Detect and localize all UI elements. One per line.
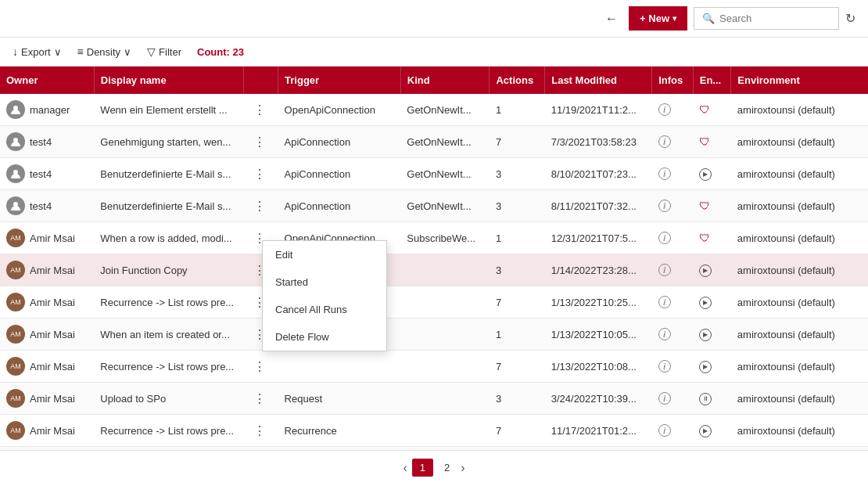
infos-cell: i bbox=[652, 286, 694, 319]
trigger-cell: Recurrence bbox=[278, 415, 401, 447]
play-icon: ▶ bbox=[699, 168, 712, 181]
env-cell: amiroxtounsi (default) bbox=[731, 94, 868, 126]
row-menu-button[interactable]: ⋮ bbox=[250, 167, 269, 182]
modified-cell: 11/19/2021T11:2... bbox=[545, 94, 652, 126]
modified-cell: 8/10/2021T07:23... bbox=[545, 158, 652, 190]
flow-name: When an item is created or... bbox=[94, 447, 243, 451]
info-icon[interactable]: i bbox=[658, 135, 671, 148]
kind-cell: GetOnNewIt... bbox=[400, 158, 490, 190]
row-menu-button[interactable]: ⋮ bbox=[250, 391, 269, 406]
export-chevron: ∨ bbox=[54, 46, 62, 58]
context-menu-item[interactable]: Started bbox=[263, 268, 386, 296]
app-container: ← + New ▾ 🔍 ↻ ↓ Export ∨ ≡ Density ∨ ▽ F… bbox=[0, 0, 868, 484]
export-label: Export bbox=[21, 46, 51, 58]
shield-red-icon: 🛡 bbox=[699, 232, 710, 244]
flow-name: When an item is created or... bbox=[94, 319, 243, 351]
search-box: 🔍 bbox=[694, 7, 839, 30]
infos-cell: i bbox=[652, 158, 694, 190]
play-icon: ▶ bbox=[699, 297, 712, 309]
env-cell: amiroxtounsi (default) bbox=[731, 254, 868, 286]
env-cell: amiroxtounsi (default) bbox=[731, 222, 868, 254]
next-page-button[interactable]: › bbox=[461, 461, 464, 475]
flow-name: Wenn ein Element erstellt ... bbox=[94, 94, 243, 126]
header: ← + New ▾ 🔍 ↻ bbox=[0, 0, 868, 38]
avatar bbox=[6, 132, 25, 151]
info-icon[interactable]: i bbox=[658, 264, 671, 276]
kind-cell bbox=[400, 254, 490, 286]
info-icon[interactable]: i bbox=[658, 328, 671, 340]
en-cell: ▶ bbox=[693, 254, 731, 286]
row-menu-button[interactable]: ⋮ bbox=[250, 359, 269, 374]
col-en: En... bbox=[693, 67, 731, 94]
en-cell: 🛡 bbox=[693, 94, 731, 126]
info-icon[interactable]: i bbox=[658, 103, 671, 116]
modified-cell: 7/3/2021T03:58:23 bbox=[545, 126, 652, 158]
flow-name: Recurrence -> List rows pre... bbox=[94, 415, 243, 447]
row-menu-button[interactable]: ⋮ bbox=[250, 423, 269, 438]
page-2-button[interactable]: 2 bbox=[438, 459, 456, 477]
avatar: AM bbox=[6, 325, 25, 344]
row-menu-button[interactable]: ⋮ bbox=[250, 199, 269, 214]
actions-cell: 7 bbox=[490, 351, 545, 383]
info-icon[interactable]: i bbox=[658, 167, 671, 180]
table-row: manager Wenn ein Element erstellt ... ⋮ … bbox=[0, 94, 868, 126]
flow-name: Recurrence -> List rows pre... bbox=[94, 351, 243, 383]
info-icon[interactable]: i bbox=[658, 392, 671, 405]
infos-cell: i bbox=[652, 222, 694, 254]
modified-cell: 1/13/2022T10:05... bbox=[545, 319, 652, 351]
page-1-button[interactable]: 1 bbox=[412, 459, 433, 477]
trigger-cell: ApiConnection bbox=[278, 190, 401, 222]
context-menu-item[interactable]: Delete Flow bbox=[263, 323, 386, 351]
row-menu-cell: ⋮ bbox=[244, 351, 278, 383]
prev-page-button[interactable]: ‹ bbox=[403, 461, 407, 475]
context-menu-item[interactable]: Edit bbox=[263, 241, 386, 268]
info-icon[interactable]: i bbox=[658, 232, 671, 244]
search-input[interactable] bbox=[719, 13, 829, 24]
col-actions: Actions bbox=[490, 67, 545, 94]
filter-button[interactable]: ▽ Filter bbox=[147, 45, 181, 58]
kind-cell bbox=[400, 319, 490, 351]
owner-cell: test4 bbox=[0, 126, 94, 158]
row-menu-cell: ⋮ bbox=[244, 447, 278, 451]
play-icon: ▶ bbox=[699, 329, 712, 341]
row-menu-button[interactable]: ⋮ bbox=[250, 135, 269, 149]
context-menu-item[interactable]: Cancel All Runs bbox=[263, 296, 386, 323]
owner-cell: AMAmir Msai bbox=[0, 447, 94, 451]
en-cell: ▶ bbox=[693, 415, 731, 447]
filter-icon: ▽ bbox=[147, 45, 156, 58]
flow-name: Recurrence -> List rows pre... bbox=[94, 286, 243, 319]
col-dots bbox=[244, 67, 278, 94]
export-button[interactable]: ↓ Export ∨ bbox=[13, 45, 62, 58]
owner-cell: AMAmir Msai bbox=[0, 222, 94, 254]
table-row: AMAmir Msai When a row is added, modi...… bbox=[0, 222, 868, 254]
infos-cell: i bbox=[652, 447, 694, 451]
shield-red-icon: 🛡 bbox=[699, 200, 710, 212]
info-icon[interactable]: i bbox=[658, 296, 671, 308]
kind-cell bbox=[400, 351, 490, 383]
owner-cell: AMAmir Msai bbox=[0, 415, 94, 447]
col-owner: Owner bbox=[0, 67, 94, 94]
density-button[interactable]: ≡ Density ∨ bbox=[77, 45, 132, 58]
back-button[interactable]: ← bbox=[601, 7, 622, 31]
avatar bbox=[6, 100, 25, 119]
en-cell: 🛡 bbox=[693, 447, 731, 451]
avatar bbox=[6, 164, 25, 183]
new-button[interactable]: + New ▾ bbox=[629, 6, 687, 31]
info-icon[interactable]: i bbox=[658, 424, 671, 437]
modified-cell: 11/17/2021T01:2... bbox=[545, 415, 652, 447]
refresh-button[interactable]: ↻ bbox=[845, 11, 855, 26]
owner-cell: test4 bbox=[0, 158, 94, 190]
en-cell: ▶ bbox=[693, 351, 731, 383]
row-menu-cell: ⋮ bbox=[244, 383, 278, 415]
kind-cell bbox=[400, 415, 490, 447]
info-icon[interactable]: i bbox=[658, 360, 671, 373]
kind-cell: GetOnNewIt... bbox=[400, 94, 490, 126]
col-env: Environment bbox=[731, 67, 868, 94]
actions-cell: 3 bbox=[490, 383, 545, 415]
kind-cell: GetOnUpdat... bbox=[400, 447, 490, 451]
filter-label: Filter bbox=[159, 46, 181, 58]
row-menu-button[interactable]: ⋮ bbox=[250, 103, 269, 117]
kind-cell bbox=[400, 383, 490, 415]
table-body: manager Wenn ein Element erstellt ... ⋮ … bbox=[0, 94, 868, 450]
info-icon[interactable]: i bbox=[658, 200, 671, 212]
